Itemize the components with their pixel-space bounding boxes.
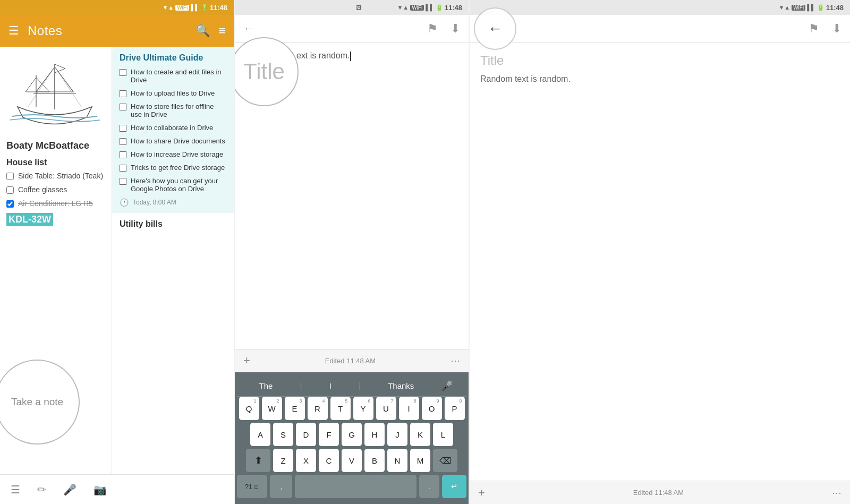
pin-icon-2[interactable]: ⚑: [427, 22, 438, 36]
archive-icon-3[interactable]: ⬇: [832, 22, 842, 36]
mic-icon-kb[interactable]: 🎤: [441, 380, 453, 392]
keyboard: The | I | Thanks 🎤 1Q 2W 3E 4R 5T 6Y 7U …: [235, 372, 469, 504]
key-I[interactable]: 8I: [399, 397, 419, 420]
search-icon[interactable]: 🔍: [196, 24, 210, 38]
key-J[interactable]: J: [387, 423, 407, 446]
suggestion-3[interactable]: Thanks: [379, 381, 422, 390]
title-circle: Title: [235, 37, 299, 106]
more-icon-2[interactable]: ⋯: [450, 355, 460, 366]
keyboard-row-2: A S D F G H J K L: [237, 423, 466, 446]
key-Y[interactable]: 6Y: [353, 397, 373, 420]
ship-image: [4, 51, 105, 136]
bars-icon: ▌▌: [191, 4, 199, 11]
suggestion-2[interactable]: I: [321, 381, 340, 390]
list-item: KDL-32W: [4, 213, 107, 226]
key-M[interactable]: M: [410, 449, 430, 472]
list-checkbox-3[interactable]: [6, 200, 14, 208]
drive-checkbox-3[interactable]: [120, 104, 126, 110]
back-icon-2[interactable]: ←: [243, 22, 254, 35]
key-R[interactable]: 4R: [308, 397, 328, 420]
status-time-2: 11:48: [445, 4, 462, 12]
list-item: Coffee glasses: [4, 185, 107, 194]
key-T[interactable]: 5T: [330, 397, 351, 420]
key-X[interactable]: X: [296, 449, 316, 472]
drive-checkbox-8[interactable]: [120, 178, 126, 185]
back-arrow-icon[interactable]: ←: [488, 20, 503, 37]
note-body-2[interactable]: ext is random.: [296, 51, 460, 61]
key-U[interactable]: 7U: [376, 397, 396, 420]
more-icon-3[interactable]: ⋯: [832, 487, 842, 499]
clock-icon: 🕐: [120, 198, 129, 207]
reminder-row: 🕐 Today, 8:00 AM: [120, 198, 226, 207]
list-icon[interactable]: ☰: [11, 483, 20, 496]
drive-item-text-4: How to collaborate in Drive: [131, 124, 213, 132]
highlight-item: KDL-32W: [6, 213, 53, 226]
drive-checkbox-6[interactable]: [120, 151, 126, 158]
key-E[interactable]: 3E: [285, 397, 305, 420]
key-space[interactable]: [295, 475, 416, 498]
keyboard-row-1: 1Q 2W 3E 4R 5T 6Y 7U 8I 9O 0P: [237, 397, 466, 420]
drive-checkbox-2[interactable]: [120, 90, 126, 97]
key-W[interactable]: 2W: [262, 397, 282, 420]
key-K[interactable]: K: [410, 423, 430, 446]
reminder-time: Today, 8:00 AM: [133, 199, 176, 206]
key-backspace[interactable]: ⌫: [433, 449, 457, 472]
divider-2: |: [359, 381, 361, 391]
user-name: Boaty McBoatface: [4, 140, 107, 151]
key-enter[interactable]: ↵: [442, 475, 466, 498]
key-L[interactable]: L: [433, 423, 453, 446]
menu-icon[interactable]: ☰: [8, 24, 19, 38]
note-content-area-2[interactable]: Title ext is random.: [235, 42, 469, 349]
bottom-bar-3: + Edited 11:48 AM ⋯: [470, 481, 850, 504]
note-body-text-2: ext is random.: [296, 51, 350, 60]
key-P[interactable]: 0P: [445, 397, 465, 420]
note-body-3[interactable]: Random text is random.: [480, 74, 839, 84]
key-C[interactable]: C: [319, 449, 339, 472]
mic-icon[interactable]: 🎤: [63, 483, 76, 496]
list-checkbox-2[interactable]: [6, 186, 14, 194]
note-body-wrapper: ext is random.: [296, 51, 460, 61]
key-N[interactable]: N: [387, 449, 407, 472]
drive-guide-card[interactable]: Drive Ultimate Guide How to create and e…: [112, 47, 234, 213]
grid-icon[interactable]: ≡: [218, 24, 225, 38]
key-S[interactable]: S: [273, 423, 293, 446]
add-icon-3[interactable]: +: [478, 486, 485, 500]
suggestion-1[interactable]: The: [251, 381, 282, 390]
key-H[interactable]: H: [364, 423, 385, 446]
utility-bills-title: Utility bills: [112, 213, 234, 232]
drive-checkbox-4[interactable]: [120, 125, 126, 132]
key-shift[interactable]: ⬆: [246, 449, 270, 472]
pencil-icon[interactable]: ✏: [37, 483, 46, 496]
drive-item-3: How to store files for offline use in Dr…: [120, 102, 226, 118]
list-item-text-3: Air Conditioner: LG R5: [18, 199, 93, 208]
key-B[interactable]: B: [364, 449, 385, 472]
drive-guide-title: Drive Ultimate Guide: [120, 53, 226, 63]
drive-checkbox-7[interactable]: [120, 165, 126, 172]
key-O[interactable]: 9O: [422, 397, 442, 420]
key-period[interactable]: .: [419, 475, 439, 498]
key-Q[interactable]: 1Q: [239, 397, 259, 420]
key-V[interactable]: V: [342, 449, 362, 472]
drive-checkbox-1[interactable]: [120, 69, 126, 76]
key-F[interactable]: F: [319, 423, 339, 446]
drive-item-text-6: How to increase Drive storage: [131, 150, 223, 158]
back-button-circle[interactable]: ←: [474, 7, 516, 50]
key-Z[interactable]: Z: [273, 449, 293, 472]
list-checkbox-1[interactable]: [6, 173, 14, 180]
drive-item-text-8: Here's how you can get your Google Photo…: [131, 177, 226, 193]
archive-icon-2[interactable]: ⬇: [450, 22, 460, 36]
drive-item-text-2: How to upload files to Drive: [131, 89, 215, 97]
signal-badge: WiFi: [175, 5, 189, 11]
phone-2: 🖼 ▼▲ WiFi ▌▌ 🔋 11:48 ← ⚑ ⬇ Title ext is …: [235, 0, 469, 504]
camera-icon[interactable]: 📷: [94, 483, 107, 496]
key-G[interactable]: G: [342, 423, 362, 446]
pin-icon-3[interactable]: ⚑: [809, 22, 819, 36]
drive-checkbox-5[interactable]: [120, 138, 126, 145]
app-title: Notes: [28, 23, 187, 38]
key-comma[interactable]: ,: [270, 475, 292, 498]
note-content-area-3[interactable]: Title Random text is random.: [470, 42, 850, 481]
key-A[interactable]: A: [250, 423, 270, 446]
key-D[interactable]: D: [296, 423, 316, 446]
key-symbols[interactable]: ?1☺: [237, 475, 267, 498]
add-icon-2[interactable]: +: [243, 354, 250, 368]
